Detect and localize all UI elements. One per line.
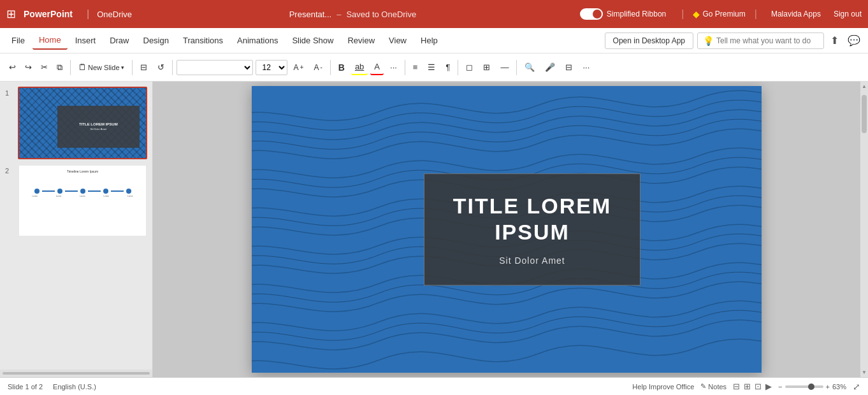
saved-status: Saved to OneDrive <box>346 10 416 19</box>
arrange-button[interactable]: ⊞ <box>479 60 494 75</box>
slide-number-1: 1 <box>5 89 14 97</box>
more-text-button[interactable]: ··· <box>386 60 401 75</box>
paragraph-button[interactable]: ¶ <box>442 60 454 75</box>
timeline-line-3 <box>88 190 101 192</box>
new-slide-icon: 🗒 <box>78 62 87 72</box>
font-selector[interactable] <box>177 60 253 75</box>
menu-animations[interactable]: Animations <box>231 32 284 49</box>
columns-button[interactable]: ⊟ <box>561 60 576 75</box>
slide-sorter-button[interactable]: ⊞ <box>744 382 751 391</box>
menu-transitions[interactable]: Transitions <box>177 32 229 49</box>
menu-design[interactable]: Design <box>137 32 175 49</box>
layout-button[interactable]: ⊟ <box>136 60 151 75</box>
zoom-area: − + 63% <box>778 383 846 391</box>
slide-panel-scrollbar[interactable] <box>0 370 152 377</box>
slide-list: 1 TITLE LOREM IPSUM Sit Dolor Amet <box>0 82 152 370</box>
timeline-line-2 <box>65 190 78 192</box>
decrease-font-button[interactable]: A- <box>310 61 326 75</box>
grid-icon[interactable]: ⊞ <box>6 7 16 21</box>
simplified-ribbon-label: Simplified Ribbon <box>607 10 666 18</box>
title-divider: | <box>87 8 89 20</box>
presenter-view-button[interactable]: ▶ <box>765 382 772 391</box>
reset-button[interactable]: ↺ <box>154 60 168 75</box>
slide-thumb-2[interactable]: Timeline Lorem Ipsum <box>18 164 147 237</box>
title-bar: ⊞ PowerPoint | OneDrive Presentat... – S… <box>0 0 868 28</box>
menu-draw[interactable]: Draw <box>103 32 135 49</box>
slide-thumb-1[interactable]: TITLE LOREM IPSUM Sit Dolor Amet <box>18 87 147 159</box>
diamond-icon: ◆ <box>693 9 700 19</box>
simplified-ribbon-toggle[interactable] <box>580 8 603 20</box>
search-input[interactable] <box>716 36 818 45</box>
dictate-button[interactable]: 🎤 <box>541 60 559 75</box>
timeline-dot-3 <box>80 189 85 194</box>
bold-button[interactable]: B <box>335 60 349 75</box>
right-scrollbar[interactable]: ▲ ▼ <box>860 82 868 377</box>
highlight-button[interactable]: ab <box>351 59 368 75</box>
notes-button[interactable]: ✎ Notes <box>700 382 727 391</box>
line-button[interactable]: — <box>496 60 512 75</box>
redo-button[interactable]: ↪ <box>21 60 36 75</box>
sep3 <box>330 60 331 75</box>
zoom-out-button[interactable]: − <box>778 383 782 391</box>
fit-slide-button[interactable]: ⤢ <box>853 382 860 392</box>
zoom-in-button[interactable]: + <box>826 383 830 391</box>
font-size-selector[interactable]: 12 <box>256 60 287 75</box>
menu-insert[interactable]: Insert <box>69 32 103 49</box>
open-desktop-button[interactable]: Open in Desktop App <box>605 32 693 49</box>
numbering-button[interactable]: ☰ <box>424 60 439 75</box>
shapes-button[interactable]: ◻ <box>462 60 477 75</box>
find-button[interactable]: 🔍 <box>521 60 539 75</box>
new-slide-button[interactable]: 🗒 New Slide ▾ <box>75 60 128 75</box>
sign-out-link[interactable]: Sign out <box>834 10 862 18</box>
thumb1-bg: TITLE LOREM IPSUM Sit Dolor Amet <box>19 88 146 158</box>
menu-help[interactable]: Help <box>414 32 444 49</box>
menu-slideshow[interactable]: Slide Show <box>286 32 340 49</box>
toolbar: ↩ ↪ ✂ ⧉ 🗒 New Slide ▾ ⊟ ↺ 12 A+ A- B ab … <box>0 54 868 82</box>
menu-file[interactable]: File <box>5 32 31 49</box>
zoom-level-label: 63% <box>832 383 846 391</box>
toolbar-overflow-button[interactable]: ··· <box>579 60 593 75</box>
reading-view-button[interactable]: ⊡ <box>755 382 762 391</box>
scroll-thumb[interactable] <box>862 95 867 133</box>
copy-button[interactable]: ⧉ <box>53 60 66 75</box>
scroll-up-button[interactable]: ▲ <box>860 82 868 91</box>
slide-item-2[interactable]: 2 Timeline Lorem Ipsum <box>5 164 147 237</box>
increase-font-button[interactable]: A+ <box>290 61 308 75</box>
menu-view[interactable]: View <box>382 32 413 49</box>
new-slide-dropdown-icon: ▾ <box>121 64 124 71</box>
thumb2-bg: Timeline Lorem Ipsum <box>19 166 146 236</box>
malavida-link[interactable]: Malavida Apps <box>771 10 821 18</box>
sep-undo <box>70 60 71 75</box>
menu-home[interactable]: Home <box>33 31 68 50</box>
language-label: English (U.S.) <box>53 383 96 391</box>
slide-title: TITLE LOREM IPSUM <box>437 193 627 245</box>
dash: – <box>336 10 341 19</box>
onedrive-link[interactable]: OneDrive <box>97 10 132 19</box>
undo-group: ↩ ↪ ✂ ⧉ <box>5 60 66 75</box>
share-button[interactable]: ⬆ <box>828 32 841 49</box>
canvas-area: TITLE LOREM IPSUM Sit Dolor Amet <box>153 82 860 377</box>
go-premium-button[interactable]: ◆ Go Premium <box>693 9 745 19</box>
cut-button[interactable]: ✂ <box>37 60 52 75</box>
slide-thumb-inner-2: Timeline Lorem Ipsum <box>19 166 146 236</box>
normal-view-button[interactable]: ⊟ <box>733 382 740 391</box>
zoom-slider-thumb <box>808 384 814 390</box>
bullets-button[interactable]: ≡ <box>409 60 422 75</box>
comments-button[interactable]: 💬 <box>845 32 863 49</box>
slide-content-box[interactable]: TITLE LOREM IPSUM Sit Dolor Amet <box>424 173 640 285</box>
slide-item-1[interactable]: 1 TITLE LOREM IPSUM Sit Dolor Amet <box>5 87 147 159</box>
font-color-button[interactable]: A <box>370 59 384 75</box>
view-icons: ⊟ ⊞ ⊡ ▶ <box>733 382 772 391</box>
zoom-slider[interactable] <box>785 385 823 388</box>
timeline-line-4 <box>111 190 124 192</box>
undo-button[interactable]: ↩ <box>5 60 20 75</box>
slide-canvas[interactable]: TITLE LOREM IPSUM Sit Dolor Amet <box>252 86 762 373</box>
scroll-down-button[interactable]: ▼ <box>860 368 868 377</box>
menu-bar: File Home Insert Draw Design Transitions… <box>0 28 868 54</box>
thumb1-box: TITLE LOREM IPSUM Sit Dolor Amet <box>57 106 140 148</box>
thumb2-title: Timeline Lorem Ipsum <box>19 166 146 176</box>
slide-panel: 1 TITLE LOREM IPSUM Sit Dolor Amet <box>0 82 153 377</box>
sep2 <box>172 60 173 75</box>
thumb2-labels: Lorem Lorem Lorem Lorem Lorem <box>19 194 146 199</box>
menu-review[interactable]: Review <box>341 32 381 49</box>
